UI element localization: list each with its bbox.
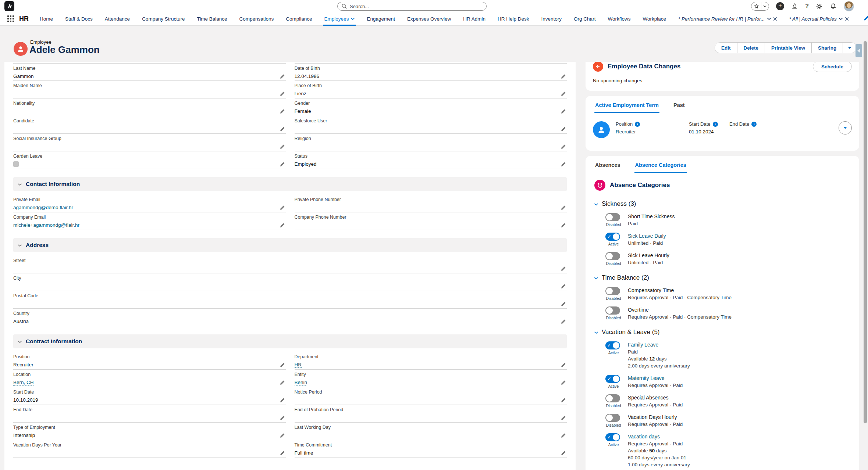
schedule-button[interactable]: Schedule	[813, 61, 852, 72]
edit-pencil-icon[interactable]	[279, 397, 286, 403]
edit-pencil-icon[interactable]	[279, 108, 286, 115]
toggle-maternity-leave[interactable]: ✓	[605, 375, 620, 383]
toggle-compensatory-time[interactable]	[605, 287, 620, 295]
global-actions-button[interactable]: +	[776, 2, 784, 10]
edit-pencil-icon[interactable]	[560, 450, 567, 456]
tab-active-employment-term[interactable]: Active Employment Term	[594, 96, 659, 113]
group-heading-vacation-leave[interactable]: Vacation & Leave (5)	[594, 329, 850, 336]
toggle-overtime[interactable]	[605, 306, 620, 315]
toggle-family-leave[interactable]: ✓	[605, 341, 620, 349]
delete-button[interactable]: Delete	[737, 43, 765, 53]
nav-tab-all-accrual-policies[interactable]: * All | Accrual Policies	[789, 12, 849, 26]
nav-edit-pencil-icon[interactable]	[864, 15, 868, 21]
guidance-center-icon[interactable]	[791, 3, 798, 10]
nav-tab-performance-review-for-hr-perfor[interactable]: * Performance Review for HR | Perfor...	[678, 12, 777, 26]
edit-pencil-icon[interactable]	[279, 362, 286, 368]
edit-pencil-icon[interactable]	[560, 379, 567, 386]
field-value-link[interactable]: Bern, CH	[13, 380, 34, 385]
close-icon[interactable]	[773, 17, 777, 21]
edit-pencil-icon[interactable]	[560, 362, 567, 368]
notifications-bell-icon[interactable]	[830, 3, 837, 10]
edit-pencil-icon[interactable]	[560, 265, 567, 272]
tab-past[interactable]: Past	[673, 96, 686, 113]
nav-tab-staff-docs[interactable]: Staff & Docs	[65, 12, 93, 26]
edit-pencil-icon[interactable]	[560, 283, 567, 290]
nav-tab-attendance[interactable]: Attendance	[105, 12, 130, 26]
toggle-short-time-sickness[interactable]	[605, 213, 620, 221]
edit-pencil-icon[interactable]	[560, 415, 567, 421]
nav-tab-inventory[interactable]: Inventory	[541, 12, 562, 26]
setup-gear-icon[interactable]	[816, 3, 823, 10]
chevron-down-icon[interactable]	[763, 5, 766, 7]
checkbox-unchecked[interactable]	[13, 161, 19, 167]
sharing-button[interactable]: Sharing	[811, 43, 843, 53]
edit-pencil-icon[interactable]	[560, 397, 567, 403]
nav-tab-time-balance[interactable]: Time Balance	[197, 12, 227, 26]
edit-pencil-icon[interactable]	[560, 222, 567, 229]
section-header-contact-information[interactable]: Contact Information	[13, 177, 567, 191]
collapse-panel-button[interactable]	[855, 44, 862, 57]
nav-tab-employees[interactable]: Employees	[324, 12, 355, 26]
user-avatar[interactable]	[844, 1, 854, 11]
nav-tab-hr-help-desk[interactable]: HR Help Desk	[498, 12, 529, 26]
nav-tab-home[interactable]: Home	[40, 12, 53, 26]
app-launcher-icon[interactable]	[7, 15, 14, 22]
edit-pencil-icon[interactable]	[560, 301, 567, 307]
info-icon[interactable]: i	[635, 122, 640, 127]
field-value-link[interactable]: HR	[295, 362, 302, 368]
chevron-down-icon[interactable]	[351, 18, 355, 20]
printable-view-button[interactable]: Printable View	[765, 43, 811, 53]
edit-pencil-icon[interactable]	[279, 415, 286, 421]
nav-tab-workflows[interactable]: Workflows	[608, 12, 630, 26]
chevron-down-icon[interactable]	[839, 18, 843, 20]
edit-button[interactable]: Edit	[715, 43, 737, 53]
edit-pencil-icon[interactable]	[560, 161, 567, 168]
category-name-link[interactable]: Maternity Leave	[628, 375, 683, 382]
category-name-link[interactable]: Family Leave	[628, 341, 690, 348]
edit-pencil-icon[interactable]	[560, 126, 567, 132]
nav-tab-engagement[interactable]: Engagement	[367, 12, 395, 26]
edit-pencil-icon[interactable]	[560, 432, 567, 439]
edit-pencil-icon[interactable]	[279, 73, 286, 80]
edit-pencil-icon[interactable]	[279, 126, 286, 132]
nav-tab-hr-admin[interactable]: HR Admin	[463, 12, 485, 26]
nav-tab-expenses-overview[interactable]: Expenses Overview	[407, 12, 451, 26]
edit-pencil-icon[interactable]	[279, 143, 286, 150]
field-value-link[interactable]: michele+agammondg@flair.hr	[13, 222, 79, 228]
nav-tab-org-chart[interactable]: Org Chart	[574, 12, 595, 26]
edit-pencil-icon[interactable]	[279, 379, 286, 386]
help-icon[interactable]: ?	[805, 3, 809, 10]
more-actions-button[interactable]	[843, 43, 856, 53]
chevron-down-icon[interactable]	[767, 18, 771, 20]
field-value-link[interactable]: agammondg@demo.flair.hr	[13, 205, 73, 210]
edit-pencil-icon[interactable]	[279, 222, 286, 229]
group-heading-time-balance[interactable]: Time Balance (2)	[594, 274, 850, 281]
edit-pencil-icon[interactable]	[560, 318, 567, 325]
nav-tab-compensations[interactable]: Compensations	[239, 12, 274, 26]
global-search[interactable]	[337, 2, 487, 11]
category-name-link[interactable]: Sick Leave Daily	[628, 233, 666, 240]
nav-tab-company-structure[interactable]: Company Structure	[142, 12, 185, 26]
edit-pencil-icon[interactable]	[279, 450, 286, 456]
tab-absences[interactable]: Absences	[594, 156, 621, 173]
edit-pencil-icon[interactable]	[279, 161, 286, 168]
toggle-sick-leave-daily[interactable]: ✓	[605, 233, 620, 241]
vertical-scrollbar-thumb[interactable]	[864, 41, 867, 423]
search-input[interactable]	[350, 4, 482, 9]
toggle-vacation-days[interactable]: ✓	[605, 433, 620, 441]
position-value-link[interactable]: Recruiter	[616, 129, 684, 134]
edit-pencil-icon[interactable]	[560, 90, 567, 97]
tab-absence-categories[interactable]: Absence Categories	[634, 156, 687, 173]
toggle-vacation-days-hourly[interactable]	[605, 414, 620, 422]
nav-tab-workplace[interactable]: Workplace	[643, 12, 666, 26]
nav-tab-compliance[interactable]: Compliance	[286, 12, 312, 26]
edit-pencil-icon[interactable]	[560, 108, 567, 115]
expand-term-button[interactable]	[839, 121, 852, 134]
toggle-sick-leave-hourly[interactable]	[605, 252, 620, 260]
section-header-contract-information[interactable]: Contract Information	[13, 334, 567, 348]
edit-pencil-icon[interactable]	[560, 143, 567, 150]
edit-pencil-icon[interactable]	[279, 90, 286, 97]
close-icon[interactable]	[845, 17, 849, 21]
info-icon[interactable]: i	[713, 122, 718, 127]
edit-pencil-icon[interactable]	[279, 204, 286, 211]
